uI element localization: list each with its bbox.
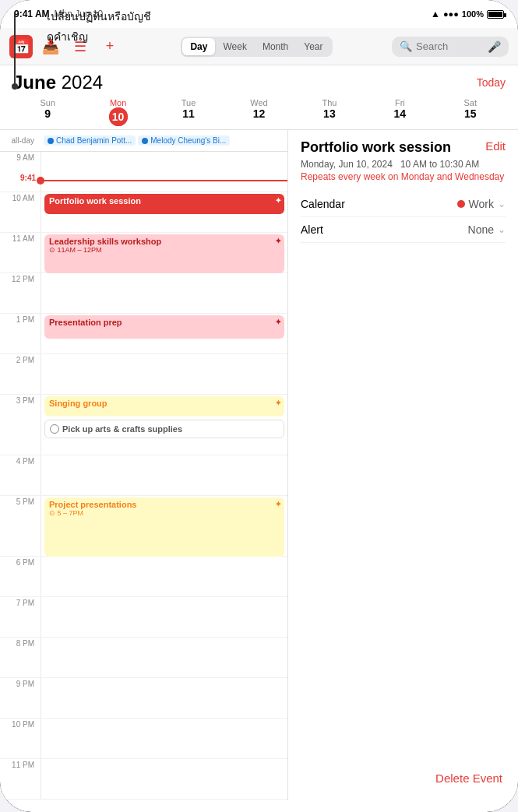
today-button[interactable]: Today: [477, 76, 506, 89]
month-header: June 2024 Today: [0, 65, 518, 95]
event-singing[interactable]: Singing group ✦: [44, 396, 284, 417]
event-presentation[interactable]: Presentation prep ✦: [44, 315, 284, 339]
event-portfolio[interactable]: Portfolio work session ✦: [44, 194, 284, 214]
time-slot-12pm: 12 PM: [0, 273, 287, 314]
day-header-tue: Tue 11: [153, 95, 224, 129]
day-header-fri: Fri 14: [365, 95, 435, 129]
calendar-icon-btn[interactable]: 📅: [9, 35, 33, 58]
calendar-row-label: Calendar: [301, 198, 345, 210]
time-slot-1pm: 1 PM Presentation prep ✦: [0, 314, 287, 354]
current-time-line: 9:41: [41, 180, 287, 181]
day-headers-row: Sun 9 Mon 10 Tue 11 Wed 12 Thu 13 Fri 14: [0, 95, 518, 130]
mic-icon: 🎤: [488, 40, 501, 53]
day-header-thu: Thu 13: [294, 95, 365, 129]
view-switcher: Day Week Month Year: [181, 37, 332, 57]
time-slot-11pm: 11 PM: [0, 759, 287, 800]
event-pickup[interactable]: Pick up arts & crafts supplies: [44, 420, 284, 438]
time-slot-11am: 11 AM Leadership skills workshop ⊙ 11AM …: [0, 233, 287, 273]
alert-row-value[interactable]: None ⌄: [468, 223, 506, 236]
detail-repeat: Repeats every week on Monday and Wednesd…: [301, 171, 506, 182]
all-day-row: all-day Chad Benjamin Pott... Melody Che…: [0, 130, 287, 152]
detail-datetime: Monday, Jun 10, 2024 10 AM to 10:30 AM: [301, 159, 506, 170]
time-slot-8pm: 8 PM: [0, 638, 287, 678]
time-slots-container: 9:41 9 AM 10 AM Portfolio work session: [0, 152, 287, 800]
event-dot-2: [142, 138, 148, 144]
detail-title: Portfolio work session: [301, 139, 485, 156]
signal-icon: ●●●: [443, 9, 459, 19]
month-title: June 2024: [12, 72, 103, 93]
time-slot-3pm: 3 PM Singing group ✦ Pick up arts & craf…: [0, 395, 287, 455]
day-header-wed: Wed 12: [224, 95, 294, 129]
battery-icon: 100%: [462, 9, 484, 19]
all-day-events: Chad Benjamin Pott... Melody Cheung's Bi…: [41, 134, 287, 147]
view-btn-month[interactable]: Month: [255, 38, 296, 55]
search-icon: 🔍: [400, 40, 412, 52]
calendar-main: all-day Chad Benjamin Pott... Melody Che…: [0, 130, 518, 800]
time-slot-2pm: 2 PM: [0, 354, 287, 395]
pickup-circle-icon: [50, 424, 59, 434]
screen: 9:41 AM Mon Jun 10 ▲ ●●● 100% 📅 📥: [0, 0, 518, 812]
time-slot-4pm: 4 PM: [0, 455, 287, 496]
search-box[interactable]: 🔍 🎤: [392, 37, 509, 57]
event-dot-1: [48, 138, 54, 144]
time-slot-6pm: 6 PM: [0, 557, 287, 597]
calendar-color-dot: [457, 200, 465, 208]
time-slot-9am: 9 AM: [0, 152, 287, 192]
view-btn-day[interactable]: Day: [182, 38, 215, 55]
status-right: ▲ ●●● 100%: [431, 9, 504, 19]
view-btn-week[interactable]: Week: [215, 38, 254, 55]
status-time: 9:41 AM: [14, 9, 50, 19]
detail-panel: Portfolio work session Edit Monday, Jun …: [288, 130, 518, 800]
battery-indicator: [487, 10, 504, 19]
all-day-event-1[interactable]: Chad Benjamin Pott...: [44, 135, 136, 146]
all-day-label: all-day: [0, 136, 41, 145]
detail-calendar-row: Calendar Work ⌄: [301, 192, 506, 217]
time-slot-5pm: 5 PM Project presentations ⊙ 5 – 7PM ✦: [0, 496, 287, 557]
time-slot-10am: 10 AM Portfolio work session ✦: [0, 192, 287, 233]
search-input[interactable]: [416, 40, 484, 52]
event-project[interactable]: Project presentations ⊙ 5 – 7PM ✦: [44, 497, 284, 557]
all-day-event-2[interactable]: Melody Cheung's Bi...: [138, 135, 230, 146]
detail-header: Portfolio work session Edit: [301, 139, 506, 156]
view-btn-year[interactable]: Year: [296, 38, 330, 55]
time-slot-7pm: 7 PM: [0, 597, 287, 638]
day-header-sun: Sun 9: [12, 95, 83, 129]
day-view[interactable]: all-day Chad Benjamin Pott... Melody Che…: [0, 130, 288, 800]
device-frame: 9:41 AM Mon Jun 10 ▲ ●●● 100% 📅 📥: [0, 0, 518, 812]
alert-row-label: Alert: [301, 223, 323, 236]
time-slot-10pm: 10 PM: [0, 719, 287, 759]
edit-event-button[interactable]: Edit: [485, 139, 506, 153]
battery-fill: [488, 12, 502, 17]
day-header-mon: Mon 10: [83, 95, 153, 129]
chevron-icon: ⌄: [498, 199, 506, 209]
calendar-row-value[interactable]: Work ⌄: [457, 198, 506, 210]
annotation-text-2: ดูคำเชิญ: [47, 28, 151, 45]
day-header-sat: Sat 15: [435, 95, 506, 129]
detail-alert-row: Alert None ⌄: [301, 217, 506, 243]
alert-chevron-icon: ⌄: [498, 224, 506, 235]
event-leadership[interactable]: Leadership skills workshop ⊙ 11AM – 12PM…: [44, 234, 284, 273]
wifi-icon: ▲: [431, 9, 440, 19]
time-slot-9pm: 9 PM: [0, 678, 287, 719]
delete-event-button[interactable]: Delete Event: [435, 772, 502, 785]
annotation-area: เปลี่ยนปฏิทินหรือบัญชี ดูคำเชิญ: [47, 8, 151, 45]
current-time-label: 9:41: [0, 174, 41, 182]
annotation-text-1: เปลี่ยนปฏิทินหรือบัญชี: [47, 8, 151, 25]
